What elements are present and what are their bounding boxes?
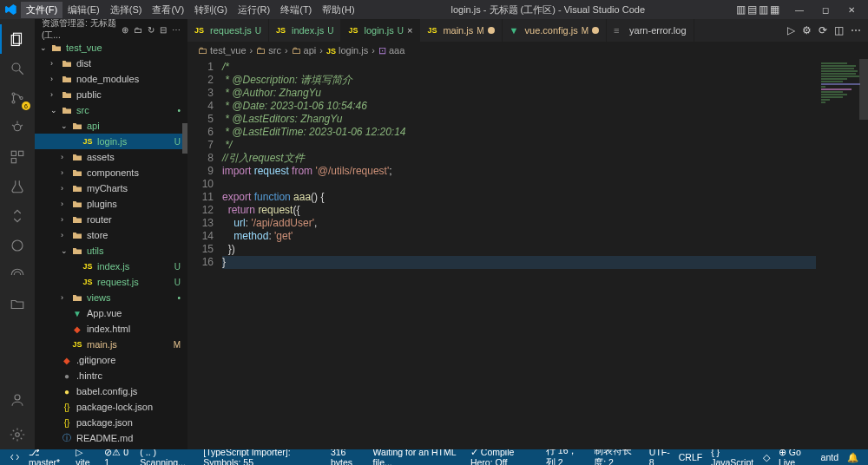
maximize-button[interactable]: ◻ — [812, 1, 838, 18]
tree-item-dist[interactable]: ›dist — [35, 56, 187, 71]
toggle-panel-bottom-icon[interactable]: ▤ — [747, 3, 757, 16]
status-left-1[interactable]: ▷ vite — [71, 447, 100, 465]
tree-item-assets[interactable]: ›assets — [35, 149, 187, 165]
more-icon[interactable]: ⋯ — [172, 25, 181, 35]
twisty-icon[interactable]: › — [61, 200, 71, 208]
status-left-4[interactable]: [TypeScript Importer]: Symbols: 55 — [199, 447, 326, 465]
tree-item-node_modules[interactable]: ›node_modules — [35, 71, 187, 87]
breadcrumb-item[interactable]: 🗀src — [256, 45, 281, 56]
breadcrumb-item[interactable]: 🗀api — [292, 45, 317, 56]
menu-5[interactable]: 运行(R) — [233, 2, 275, 18]
code-editor[interactable]: 12345678910111213141516 /* * @Descriptio… — [187, 59, 868, 449]
folders-activity[interactable] — [0, 290, 35, 319]
twisty-icon[interactable]: › — [50, 75, 61, 83]
scm-activity[interactable]: 6 — [0, 83, 35, 113]
tree-item-vue.config.js[interactable]: ▼vue.config.jsM — [35, 446, 187, 449]
settings-activity[interactable] — [0, 420, 35, 449]
breadcrumb-item[interactable]: JSlogin.js — [326, 45, 368, 56]
openai-activity[interactable] — [0, 231, 35, 260]
tree-item-babel.config.js[interactable]: ●babel.config.js — [35, 383, 187, 399]
tree-item-package-lock.json[interactable]: {}package-lock.json — [35, 399, 187, 415]
debug-activity[interactable] — [0, 113, 35, 142]
twisty-icon[interactable]: › — [61, 168, 71, 177]
twisty-icon[interactable]: › — [61, 153, 71, 161]
twisty-icon[interactable]: ⌄ — [61, 246, 71, 255]
tree-item-views[interactable]: ›views• — [35, 290, 187, 305]
code-content[interactable]: /* * @Description: 请填写简介 * @Author: Zhan… — [222, 59, 868, 449]
twisty-icon[interactable]: ⌄ — [61, 121, 71, 130]
menu-7[interactable]: 帮助(H) — [317, 2, 359, 18]
close-button[interactable]: ✕ — [838, 1, 865, 18]
tab-vue.config.js[interactable]: ▼vue.config.js M — [503, 19, 608, 42]
tree-item-App.vue[interactable]: ▼App.vue — [35, 305, 187, 321]
testing-activity[interactable] — [0, 172, 35, 201]
status-left-5[interactable]: 316 bytes — [326, 447, 369, 465]
tree-item-api[interactable]: ⌄api — [35, 118, 187, 134]
status-left-0[interactable]: ⎇ master* — [24, 447, 71, 465]
customize-layout-icon[interactable]: ▦ — [770, 3, 779, 16]
editor-scrollbar[interactable] — [859, 59, 868, 120]
tree-item-main.js[interactable]: JSmain.jsM — [35, 337, 187, 352]
refresh-icon[interactable]: ↻ — [148, 25, 155, 35]
breadcrumb-item[interactable]: ⊡aaa — [378, 45, 404, 56]
remote-activity[interactable] — [0, 260, 35, 290]
tree-item-store[interactable]: ›store — [35, 227, 187, 243]
menu-0[interactable]: 文件(F) — [21, 2, 62, 18]
tree-item-.hintrc[interactable]: ●.hintrc — [35, 368, 187, 383]
tree-item-src[interactable]: ⌄src• — [35, 102, 187, 118]
twisty-icon[interactable]: › — [50, 59, 61, 68]
twisty-icon[interactable]: › — [61, 293, 71, 302]
menu-3[interactable]: 查看(V) — [147, 2, 189, 18]
extensions-activity[interactable] — [0, 142, 35, 172]
menu-6[interactable]: 终端(T) — [275, 2, 317, 18]
tree-item-package.json[interactable]: {}package.json — [35, 415, 187, 430]
menu-2[interactable]: 选择(S) — [105, 2, 148, 18]
twisty-icon[interactable]: › — [61, 231, 71, 239]
tree-item-index.js[interactable]: JSindex.jsU — [35, 259, 187, 274]
menu-4[interactable]: 转到(G) — [189, 2, 233, 18]
search-activity[interactable] — [0, 54, 35, 83]
tab-index.js[interactable]: JSindex.js U — [269, 19, 342, 42]
run-icon[interactable]: ▷ — [787, 24, 795, 36]
breadcrumb-item[interactable]: 🗀test_vue — [198, 45, 247, 56]
tree-item-plugins[interactable]: ›plugins — [35, 196, 187, 212]
tab-request.js[interactable]: JSrequest.js U — [187, 19, 269, 42]
twisty-icon[interactable]: › — [61, 215, 71, 224]
status-left-6[interactable]: Waiting for an HTML file... — [369, 447, 466, 465]
explorer-activity[interactable] — [0, 24, 35, 54]
twisty-icon[interactable]: ⌄ — [50, 106, 61, 115]
new-file-icon[interactable]: ⊕ — [122, 25, 128, 35]
remote-indicator[interactable] — [5, 452, 24, 462]
tab-main.js[interactable]: JSmain.js M — [420, 19, 502, 42]
tree-item-components[interactable]: ›components — [35, 165, 187, 180]
tree-item-README.md[interactable]: ⓘREADME.md — [35, 430, 187, 446]
tree-item-index.html[interactable]: ◆index.html — [35, 321, 187, 337]
status-left-3[interactable]: ( .. ) Scanning... — [135, 447, 199, 465]
toggle-panel-right-icon[interactable]: ▥ — [759, 3, 768, 16]
run-debug-icon[interactable]: ⟳ — [819, 24, 827, 36]
tab-close-icon[interactable]: × — [407, 25, 412, 36]
twisty-icon[interactable]: › — [61, 184, 71, 193]
tree-item-test_vue[interactable]: ⌄test_vue — [35, 40, 187, 56]
tree-item-public[interactable]: ›public — [35, 87, 187, 102]
run-settings-icon[interactable]: ⚙ — [802, 24, 812, 36]
tree-item-request.js[interactable]: JSrequest.jsU — [35, 274, 187, 290]
new-folder-icon[interactable]: 🗀 — [134, 25, 142, 35]
minimize-button[interactable]: — — [786, 1, 812, 18]
tree-item-router[interactable]: ›router — [35, 212, 187, 227]
tree-item-utils[interactable]: ⌄utils — [35, 243, 187, 259]
pushpin-activity[interactable] — [0, 201, 35, 231]
accounts-activity[interactable] — [0, 385, 35, 415]
tree-item-.gitignore[interactable]: ◆.gitignore — [35, 352, 187, 368]
twisty-icon[interactable]: › — [50, 90, 61, 99]
twisty-icon[interactable]: ⌄ — [40, 43, 50, 52]
menu-1[interactable]: 编辑(E) — [62, 2, 105, 18]
breadcrumb[interactable]: 🗀test_vue›🗀src›🗀api›JSlogin.js›⊡aaa — [187, 42, 868, 59]
split-editor-icon[interactable]: ◫ — [834, 24, 844, 36]
tab-yarn-error.log[interactable]: ≡yarn-error.log — [607, 19, 694, 42]
status-left-2[interactable]: ⊘⚠ 0 1 — [100, 447, 135, 465]
tree-item-login.js[interactable]: JSlogin.jsU — [35, 134, 187, 149]
minimap[interactable] — [816, 59, 868, 449]
collapse-icon[interactable]: ⊟ — [160, 25, 167, 35]
tree-item-myCharts[interactable]: ›myCharts — [35, 180, 187, 196]
